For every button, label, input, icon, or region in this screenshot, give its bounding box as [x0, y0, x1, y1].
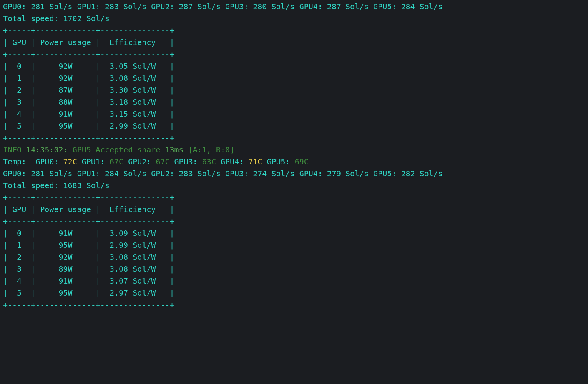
terminal-output: GPU0: 281 Sol/s GPU1: 283 Sol/s GPU2: 28… [0, 0, 588, 314]
